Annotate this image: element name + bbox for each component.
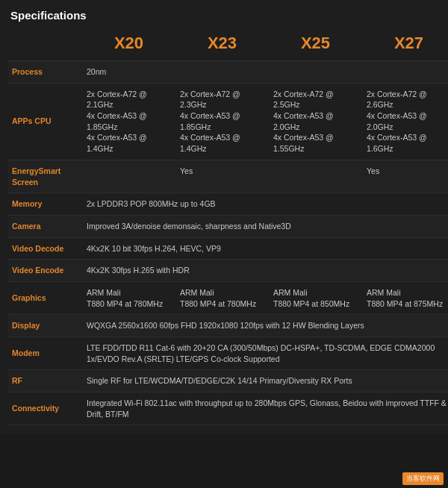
table-row: EnergySmart ScreenYesYes — [7, 160, 448, 193]
row-cell: Yes — [362, 160, 448, 193]
header-x25: X25 — [269, 29, 362, 61]
table-row: Video Decode4Kx2K 10 bit 30fps H.264, HE… — [7, 237, 448, 260]
row-cell: 2x Cortex-A72 @2.3GHz4x Cortex-A53 @1.85… — [175, 83, 269, 160]
row-cell: ARM MaliT880 MP4 at 875MHz — [362, 281, 448, 314]
watermark: 当客软件网 — [402, 472, 444, 485]
row-value: 2x LPDDR3 POP 800MHz up to 4GB — [82, 193, 448, 216]
row-label: Video Encode — [7, 260, 82, 282]
row-cell: ARM MaliT880 MP4 at 780MHz — [82, 281, 175, 314]
table-row: Process20nm — [7, 61, 448, 84]
row-cell: 2x Cortex-A72 @2.1GHz4x Cortex-A53 @1.85… — [82, 83, 175, 160]
table-row: ModemLTE FDD/TDD R11 Cat-6 with 20+20 CA… — [7, 337, 448, 370]
table-row: CameraImproved 3A/denoise demonsaic, sha… — [7, 215, 448, 237]
row-value: 20nm — [82, 61, 448, 84]
row-label: Process — [7, 61, 82, 84]
row-label: Camera — [7, 215, 82, 237]
table-row: APPs CPU2x Cortex-A72 @2.1GHz4x Cortex-A… — [7, 83, 448, 160]
row-cell: ARM MaliT880 MP4 at 780MHz — [175, 281, 269, 314]
table-row: GraphicsARM MaliT880 MP4 at 780MHzARM Ma… — [7, 281, 448, 314]
row-label: RF — [7, 370, 82, 392]
page-title: Specifications — [7, 9, 441, 22]
row-value: 4Kx2K 30fps H.265 with HDR — [82, 260, 448, 282]
specifications-page: Specifications X20 X23 X25 X27 Process20… — [0, 0, 448, 434]
header-x27: X27 — [362, 29, 448, 61]
table-header: X20 X23 X25 X27 — [7, 29, 448, 61]
row-value: LTE FDD/TDD R11 Cat-6 with 20+20 CA (300… — [82, 337, 448, 370]
table-row: Video Encode4Kx2K 30fps H.265 with HDR — [7, 260, 448, 282]
row-cell: 2x Cortex-A72 @2.5GHz4x Cortex-A53 @2.0G… — [269, 83, 362, 160]
row-value: Improved 3A/denoise demonsaic, sharpness… — [82, 215, 448, 237]
row-label: Memory — [7, 193, 82, 216]
row-label: Display — [7, 315, 82, 337]
row-label: Graphics — [7, 281, 82, 314]
row-value: WQXGA 2560x1600 60fps FHD 1920x1080 120f… — [82, 315, 448, 337]
table-row: DisplayWQXGA 2560x1600 60fps FHD 1920x10… — [7, 315, 448, 337]
header-x20: X20 — [82, 29, 175, 61]
row-value: 4Kx2K 10 bit 30fps H.264, HEVC, VP9 — [82, 237, 448, 260]
row-value: Single RF for LTE/WCDMA/TD/EDGE/C2K 14/1… — [82, 370, 448, 392]
header-empty — [7, 29, 82, 61]
row-cell: 2x Cortex-A72 @2.6GHz4x Cortex-A53 @2.0G… — [362, 83, 448, 160]
row-label: EnergySmart Screen — [7, 160, 82, 193]
row-value: Integrated Wi-Fi 802.11ac with throughpu… — [82, 392, 448, 425]
row-cell — [269, 160, 362, 193]
table-body: Process20nmAPPs CPU2x Cortex-A72 @2.1GHz… — [7, 61, 448, 425]
table-row: RFSingle RF for LTE/WCDMA/TD/EDGE/C2K 14… — [7, 370, 448, 392]
specs-table: X20 X23 X25 X27 Process20nmAPPs CPU2x Co… — [7, 29, 448, 425]
row-label: Connectivity — [7, 392, 82, 425]
table-row: ConnectivityIntegrated Wi-Fi 802.11ac wi… — [7, 392, 448, 425]
row-cell: ARM MaliT880 MP4 at 850MHz — [269, 281, 362, 314]
row-label: Modem — [7, 337, 82, 370]
row-label: APPs CPU — [7, 83, 82, 160]
row-label: Video Decode — [7, 237, 82, 260]
row-cell: Yes — [175, 160, 269, 193]
table-row: Memory2x LPDDR3 POP 800MHz up to 4GB — [7, 193, 448, 216]
header-x23: X23 — [175, 29, 269, 61]
row-cell — [82, 160, 175, 193]
